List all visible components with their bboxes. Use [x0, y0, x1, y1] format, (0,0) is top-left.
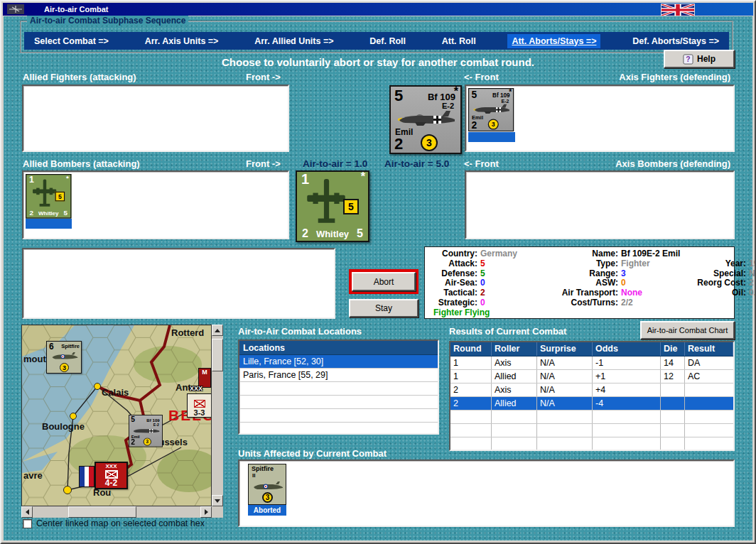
whitley-tactical-square: 5 — [55, 192, 65, 202]
info-airtransport-value: None — [621, 288, 689, 298]
results-row-empty — [450, 424, 733, 437]
info-attack-value: 5 — [480, 259, 485, 269]
left-arrow-icon — [26, 509, 29, 515]
allied-fighters-listbox[interactable] — [22, 85, 289, 152]
center-map-checkbox[interactable] — [23, 519, 32, 528]
whitley-tactical-square: 5 — [343, 199, 359, 214]
info-airsea-label: Air-Sea: — [428, 278, 477, 288]
abort-button-label: Abort — [374, 277, 394, 287]
info-range-value: 3 — [621, 269, 689, 279]
cell-die — [661, 383, 685, 396]
info-defense-value: 5 — [480, 269, 485, 279]
axis-air-value-label: Air-to-air = 5.0 — [384, 158, 449, 169]
unit-info-right-column: Name:Bf 109E-2 Emil Type:FighterYear:193… — [550, 249, 731, 308]
spitfire-map-counter[interactable]: 6 Spitfire 3 — [46, 341, 82, 374]
bf109-air-to-air-value: 5 — [471, 89, 477, 100]
bf109-range-circle: 3 — [144, 437, 151, 445]
vertical-scroll-thumb[interactable] — [212, 339, 223, 371]
abort-button[interactable]: Abort — [352, 272, 416, 291]
title-bar: Air-to-air Combat — [3, 3, 753, 16]
affected-units-listbox[interactable]: Spitfire II 3 Aborted — [238, 459, 735, 527]
info-type-value: Fighter — [621, 259, 689, 269]
scroll-left-button[interactable] — [21, 506, 33, 518]
bf109-counter-large[interactable]: 5 * Bf 109 E-2 Emil 2 3 — [389, 85, 462, 154]
bf109-counter-list-item[interactable]: 5 * Bf 109 E-2 Emil 2 3 — [468, 88, 515, 132]
map-city-boulogne: Boulogne — [42, 421, 85, 432]
allied-bombers-listbox[interactable]: 1 * 5 2 Whitley 5 — [22, 170, 289, 239]
instruction-text: Choose to voluntarily abort or stay for … — [1, 56, 755, 68]
map-viewport[interactable]: mouth Rotterd Calais Antw BELG Boulogne … — [21, 325, 212, 506]
spitfire-plane-icon — [252, 481, 284, 492]
help-button[interactable]: ? Help — [664, 50, 735, 68]
location-row-lille[interactable]: Lille, France [52, 30] — [239, 355, 438, 369]
whitley-counter-list-item[interactable]: 1 * 5 2 Whitley 5 — [26, 174, 72, 219]
linked-map: mouth Rotterd Calais Antw BELG Boulogne … — [21, 325, 223, 518]
seq-step-att-roll: Att. Roll — [438, 34, 480, 48]
subphase-groupbox: Air-to-air Combat Subphase Sequence Sele… — [20, 21, 733, 53]
lower-left-listbox[interactable] — [22, 248, 335, 319]
front-right-label-bombers: Front -> — [246, 158, 281, 169]
results-row-selected[interactable]: 2 Allied N/A -4 — [450, 397, 733, 410]
results-row[interactable]: 1 Allied N/A +1 12 AC — [450, 370, 733, 383]
axis-bombers-listbox[interactable] — [465, 170, 735, 239]
selection-highlight-bar — [26, 219, 72, 229]
bf109-air-to-air-value: 5 — [131, 415, 135, 424]
bf109-variant: E-2 — [442, 102, 454, 110]
spitfire-name: Spitfire — [252, 465, 274, 472]
spitfire-range-circle: 3 — [262, 492, 273, 503]
scroll-right-button[interactable] — [200, 506, 212, 518]
results-header-round: Round — [450, 342, 492, 356]
cell-result — [685, 397, 733, 410]
info-reorg-value: 2 — [749, 278, 756, 288]
results-row[interactable]: 2 Axis N/A +4 — [450, 383, 733, 397]
air-combat-window: Air-to-air Combat Air-to-air Combat Subp… — [0, 0, 756, 544]
cell-result: DA — [685, 357, 733, 369]
unit-info-left-column: Country:Germany Attack:5 Defense:5 Air-S… — [428, 249, 517, 318]
scroll-up-button[interactable] — [212, 325, 223, 336]
combat-chart-button-label: Air-to-air Combat Chart — [647, 326, 728, 334]
info-cost-value: 2/2 — [621, 298, 689, 308]
results-title: Results of Current Combat — [449, 326, 566, 337]
affected-title: Units Affected by Current Combat — [238, 448, 387, 459]
ground-counter-3-3[interactable]: 3-3 — [187, 393, 212, 418]
cell-die: 12 — [661, 370, 685, 383]
location-row-paris[interactable]: Paris, France [55, 29] — [239, 369, 438, 382]
combat-chart-button[interactable]: Air-to-air Combat Chart — [640, 321, 735, 339]
results-row[interactable]: 1 Axis N/A -1 14 DA — [450, 357, 733, 370]
spitfire-name: Spitfire — [61, 343, 80, 349]
uk-flag-icon — [661, 4, 695, 16]
map-vertical-scrollbar[interactable] — [212, 325, 223, 506]
bf109-plane-icon — [394, 110, 460, 127]
horizontal-scroll-thumb[interactable] — [68, 506, 136, 518]
info-strategic-label: Strategic: — [428, 298, 477, 308]
bf109-map-counter[interactable]: 5 Bf 109 E-2 Emil 2 3 — [129, 415, 163, 447]
allied-air-value-label: Air-to-air = 1.0 — [303, 158, 367, 169]
ground-counter-4-2[interactable]: XXX 4-2 — [94, 462, 128, 489]
spitfire-affected-item[interactable]: Spitfire II 3 Aborted — [248, 464, 286, 516]
map-horizontal-scrollbar[interactable] — [21, 506, 212, 518]
info-oil-label: Oil: — [689, 288, 749, 298]
location-row-empty[interactable] — [239, 382, 438, 396]
info-spacer — [749, 249, 756, 259]
info-reorg-label: Reorg Cost: — [689, 278, 749, 288]
stay-button[interactable]: Stay — [349, 299, 418, 317]
militia-counter[interactable] — [79, 466, 94, 487]
cell-surprise: N/A — [537, 397, 593, 410]
axis-fighters-listbox[interactable]: 5 * Bf 109 E-2 Emil 2 3 — [465, 85, 735, 152]
right-arrow-icon — [205, 509, 208, 515]
scroll-down-button[interactable] — [212, 495, 223, 506]
cell-roller: Axis — [492, 357, 537, 369]
bf109-variant: E-2 — [502, 98, 509, 104]
seq-step-arr-allied: Arr. Allied Units => — [250, 34, 338, 48]
location-row-empty[interactable] — [239, 409, 438, 423]
spitfire-mark: II — [252, 472, 255, 479]
whitley-counter-large[interactable]: 1 * 5 2 Whitley 5 — [296, 170, 369, 242]
stack-letter: M — [202, 369, 207, 376]
aborted-status-badge: Aborted — [248, 505, 286, 516]
bf109-range-circle: 3 — [488, 119, 499, 129]
whitley-range-value: 5 — [63, 210, 68, 217]
info-airsea-value: 0 — [480, 278, 485, 288]
location-row-empty[interactable] — [239, 396, 438, 409]
whitley-plane-icon — [306, 178, 347, 229]
cell-roller: Allied — [492, 397, 537, 410]
